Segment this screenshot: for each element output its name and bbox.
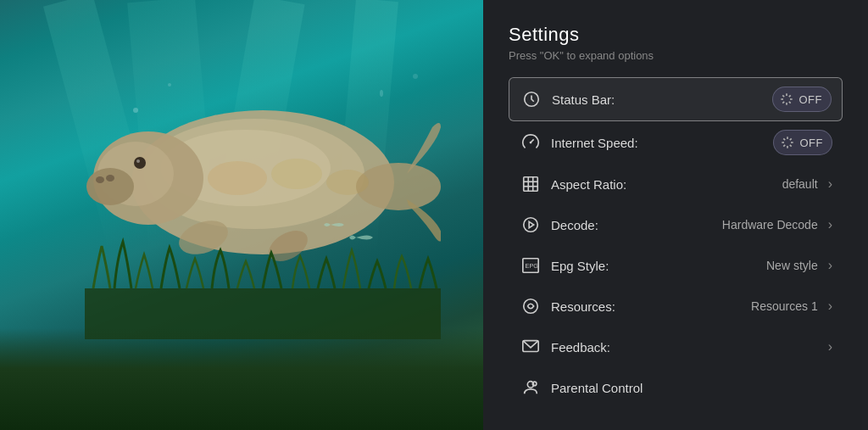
svg-point-18 [271, 159, 322, 189]
aspect-ratio-chevron: › [828, 176, 832, 192]
epg-style-chevron: › [828, 258, 832, 273]
parental-control-label: Parental Control [551, 381, 832, 395]
svg-point-31 [530, 142, 532, 144]
svg-rect-40 [524, 177, 538, 192]
decode-chevron: › [828, 217, 832, 232]
svg-line-29 [788, 95, 790, 97]
internet-speed-toggle-label: OFF [800, 137, 824, 149]
svg-point-3 [413, 74, 418, 79]
setting-row-status-bar[interactable]: Status Bar: OFF [509, 77, 843, 121]
toggle-icon-2 [779, 134, 796, 151]
aspect-ratio-value: default [782, 177, 818, 191]
feedback-icon [519, 335, 542, 359]
decode-icon [519, 213, 542, 237]
svg-line-39 [789, 138, 791, 140]
toggle-icon [778, 91, 795, 108]
setting-row-decode[interactable]: Decode: Hardware Decode › [509, 204, 843, 245]
svg-point-1 [168, 83, 171, 87]
svg-point-52 [532, 382, 537, 386]
resources-value: Resources 1 [751, 299, 818, 313]
clock-icon [520, 87, 543, 111]
resources-icon [519, 294, 542, 318]
settings-panel: Settings Press "OK" to expand options St… [483, 0, 868, 430]
svg-line-34 [783, 138, 785, 140]
decode-label: Decode: [551, 218, 722, 232]
epg-style-value: New style [766, 259, 818, 272]
setting-row-resources[interactable]: Resources: Resources 1 › [509, 286, 843, 327]
media-panel [0, 0, 483, 430]
internet-speed-label: Internet Speed: [551, 136, 773, 150]
resources-chevron: › [828, 299, 832, 314]
setting-row-aspect-ratio[interactable]: Aspect Ratio: default › [509, 164, 843, 204]
svg-point-13 [136, 159, 140, 163]
svg-point-19 [326, 170, 369, 195]
seagrass [0, 328, 483, 430]
svg-point-2 [380, 90, 383, 97]
svg-marker-46 [529, 221, 534, 227]
speed-icon [519, 131, 542, 154]
setting-row-feedback[interactable]: Feedback: › [509, 327, 843, 367]
resources-label: Resources: [551, 299, 751, 314]
svg-point-9 [86, 168, 134, 205]
svg-point-14 [356, 163, 441, 210]
parental-icon [519, 376, 542, 399]
status-bar-label: Status Bar: [552, 92, 772, 107]
svg-point-45 [524, 218, 538, 232]
svg-line-38 [783, 145, 785, 147]
svg-point-49 [524, 299, 538, 314]
svg-line-25 [788, 102, 790, 103]
settings-title: Settings [509, 24, 843, 46]
setting-row-parental-control[interactable]: Parental Control [509, 367, 843, 408]
settings-subtitle: Press "OK" to expand options [509, 49, 843, 62]
epg-icon: EPG [519, 254, 542, 277]
svg-point-17 [208, 161, 267, 195]
svg-point-11 [106, 175, 114, 181]
svg-point-12 [134, 157, 146, 169]
status-bar-toggle[interactable]: OFF [772, 87, 832, 112]
settings-list: Status Bar: OFF Internet Speed: OFF [509, 77, 843, 408]
svg-line-35 [789, 145, 791, 147]
svg-point-0 [133, 108, 138, 113]
svg-point-10 [96, 176, 104, 183]
feedback-label: Feedback: [551, 340, 818, 355]
manatee-image [85, 42, 441, 339]
svg-text:EPG: EPG [526, 262, 539, 270]
internet-speed-toggle[interactable]: OFF [773, 130, 833, 155]
setting-row-epg-style[interactable]: EPG Epg Style: New style › [509, 245, 843, 286]
status-bar-toggle-label: OFF [799, 93, 823, 106]
setting-row-internet-speed[interactable]: Internet Speed: OFF [509, 121, 843, 164]
aspect-ratio-label: Aspect Ratio: [551, 177, 782, 192]
feedback-chevron: › [828, 339, 832, 355]
svg-line-28 [782, 102, 784, 103]
epg-style-label: Epg Style: [551, 259, 766, 273]
svg-line-24 [782, 95, 784, 97]
aspect-icon [519, 172, 542, 196]
decode-value: Hardware Decode [722, 218, 818, 232]
